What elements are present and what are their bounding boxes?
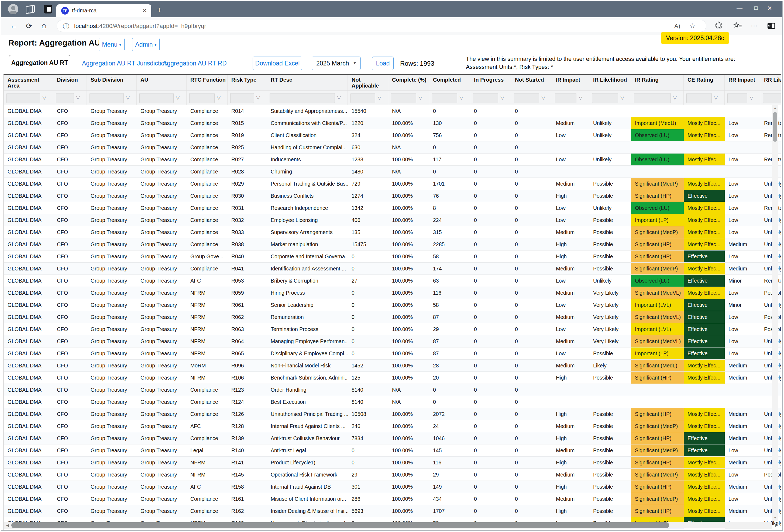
filter-input-ir-impact[interactable] xyxy=(555,93,577,103)
site-info-icon[interactable]: ⓘ xyxy=(63,22,69,31)
read-aloud-icon[interactable]: A) xyxy=(674,23,680,30)
tab-groups-icon[interactable] xyxy=(26,5,34,13)
table-row[interactable]: GLOBAL DMACFOGroup TreasuryGroup Treasur… xyxy=(4,348,781,360)
favorite-star-icon[interactable]: ☆ xyxy=(689,22,695,30)
table-row[interactable]: GLOBAL DMACFOGroup TreasuryGroup Treasur… xyxy=(4,505,781,517)
profile-avatar[interactable] xyxy=(8,4,18,14)
table-row[interactable]: GLOBAL DMACFOGroup TreasuryGroup Treasur… xyxy=(4,202,781,214)
filter-funnel-icon[interactable]: ▽ xyxy=(750,94,754,100)
table-row[interactable]: GLOBAL DMACFOGroup TreasuryGroup Treasur… xyxy=(4,456,781,469)
filter-input-rr-impact[interactable] xyxy=(727,93,747,103)
tab-aggregation-au-rt[interactable]: Aggregation AU RT xyxy=(9,55,71,70)
filter-input-rr-likelihood[interactable] xyxy=(763,93,781,103)
filter-input-risk-type[interactable] xyxy=(230,93,254,103)
filter-input-not-applicable[interactable] xyxy=(351,93,375,103)
table-row[interactable]: GLOBAL DMACFOGroup TreasuryGroup Treasur… xyxy=(4,420,781,432)
download-excel-button[interactable]: Download Excel xyxy=(253,57,302,70)
period-select[interactable]: 2025 March ▼ xyxy=(312,57,361,70)
tab-aggregation-au-rt-rd[interactable]: Aggregation AU RT RD xyxy=(163,60,227,67)
vertical-scrollbar[interactable]: ▲ ▼ xyxy=(772,105,778,521)
filter-funnel-icon[interactable]: ▽ xyxy=(541,94,545,100)
filter-funnel-icon[interactable]: ▽ xyxy=(377,94,382,100)
column-header-rt-desc[interactable]: RT Desc xyxy=(267,75,348,90)
scroll-left-icon[interactable]: ◀ xyxy=(4,522,11,529)
table-row[interactable]: GLOBAL DMACFOGroup TreasuryGroup Treasur… xyxy=(4,360,781,372)
filter-input-completed[interactable] xyxy=(432,93,457,103)
filter-funnel-icon[interactable]: ▽ xyxy=(673,94,677,100)
filter-input-au[interactable] xyxy=(139,93,174,103)
split-window-icon[interactable] xyxy=(44,5,52,13)
column-header-ir-likelihood[interactable]: IR Likelihood xyxy=(589,75,631,90)
table-row[interactable]: GLOBAL DMACFOGroup TreasuryGroup Treasur… xyxy=(4,396,781,408)
maximize-button[interactable]: □ xyxy=(754,5,758,11)
close-button[interactable]: ✕ xyxy=(767,5,772,12)
scroll-down-icon[interactable]: ▼ xyxy=(772,515,778,521)
filter-funnel-icon[interactable]: ▽ xyxy=(176,94,180,100)
table-row[interactable]: GLOBAL DMACFOGroup TreasuryGroup Treasur… xyxy=(4,105,781,117)
filter-funnel-icon[interactable]: ▽ xyxy=(579,94,583,100)
extensions-icon[interactable] xyxy=(715,22,723,30)
column-header-au[interactable]: AU xyxy=(137,75,187,90)
filter-input-ir-likelihood[interactable] xyxy=(592,93,618,103)
load-button[interactable]: Load xyxy=(372,57,394,70)
table-row[interactable]: GLOBAL DMACFOGroup TreasuryGroup Treasur… xyxy=(4,190,781,202)
filter-funnel-icon[interactable]: ▽ xyxy=(418,94,422,100)
filter-funnel-icon[interactable]: ▽ xyxy=(337,94,341,100)
filter-input-rtc-function[interactable] xyxy=(189,93,215,103)
table-row[interactable]: GLOBAL DMACFOGroup TreasuryGroup Treasur… xyxy=(4,117,781,129)
minimize-button[interactable]: — xyxy=(736,5,743,12)
table-row[interactable]: GLOBAL DMACFOGroup TreasuryGroup Treasur… xyxy=(4,238,781,250)
filter-funnel-icon[interactable]: ▽ xyxy=(42,94,46,100)
table-row[interactable]: GLOBAL DMACFOGroup TreasuryGroup Treasur… xyxy=(4,214,781,226)
admin-button[interactable]: Admin ▾ xyxy=(132,38,160,51)
filter-input-division[interactable] xyxy=(56,93,74,103)
table-row[interactable]: GLOBAL DMACFOGroup TreasuryGroup Treasur… xyxy=(4,444,781,456)
table-row[interactable]: GLOBAL DMACFOGroup TreasuryGroup Treasur… xyxy=(4,408,781,420)
table-row[interactable]: GLOBAL DMACFOGroup TreasuryGroup Treasur… xyxy=(4,432,781,444)
filter-input-in-progress[interactable] xyxy=(473,93,498,103)
filter-input-complete-pct[interactable] xyxy=(391,93,416,103)
table-row[interactable]: GLOBAL DMACFOGroup TreasuryGroup Treasur… xyxy=(4,323,781,335)
table-row[interactable]: GLOBAL DMACFOGroup TreasuryGroup Treasur… xyxy=(4,469,781,481)
filter-funnel-icon[interactable]: ▽ xyxy=(256,94,260,100)
scroll-right-icon[interactable]: ▶ xyxy=(773,522,780,529)
sidebar-toggle-icon[interactable] xyxy=(767,21,776,30)
home-button[interactable]: ⌂ xyxy=(41,21,46,30)
column-header-rr-impact[interactable]: RR Impact xyxy=(725,75,760,90)
more-menu-button[interactable]: … xyxy=(751,20,758,28)
table-row[interactable]: GLOBAL DMACFOGroup TreasuryGroup Treasur… xyxy=(4,372,781,384)
filter-funnel-icon[interactable]: ▽ xyxy=(459,94,464,100)
table-row[interactable]: GLOBAL DMACFOGroup TreasuryGroup Treasur… xyxy=(4,493,781,505)
table-row[interactable]: GLOBAL DMACFOGroup TreasuryGroup Treasur… xyxy=(4,250,781,263)
table-row[interactable]: GLOBAL DMACFOGroup TreasuryGroup Treasur… xyxy=(4,178,781,190)
filter-input-ir-rating[interactable] xyxy=(634,93,671,103)
filter-funnel-icon[interactable]: ▽ xyxy=(76,94,80,100)
table-row[interactable]: GLOBAL DMACFOGroup TreasuryGroup Treasur… xyxy=(4,226,781,238)
column-header-division[interactable]: Division xyxy=(53,75,87,90)
table-row[interactable]: GLOBAL DMACFOGroup TreasuryGroup Treasur… xyxy=(4,311,781,323)
column-header-ir-impact[interactable]: IR Impact xyxy=(552,75,589,90)
collections-icon[interactable] xyxy=(733,22,742,30)
column-header-ir-rating[interactable]: IR Rating xyxy=(631,75,684,90)
column-header-complete-pct[interactable]: Complete (%) xyxy=(388,75,429,90)
table-row[interactable]: GLOBAL DMACFOGroup TreasuryGroup Treasur… xyxy=(4,481,781,493)
table-row[interactable]: GLOBAL DMACFOGroup TreasuryGroup Treasur… xyxy=(4,141,781,153)
filter-funnel-icon[interactable]: ▽ xyxy=(217,94,221,100)
filter-input-assessment-area[interactable] xyxy=(6,93,40,103)
filter-input-sub-division[interactable] xyxy=(89,93,124,103)
filter-input-not-started[interactable] xyxy=(514,93,539,103)
filter-funnel-icon[interactable]: ▽ xyxy=(620,94,624,100)
horizontal-scroll-thumb[interactable] xyxy=(11,522,669,528)
url-bar[interactable]: ⓘ localhost:4200/#/report/aggaurt?appId=… xyxy=(57,20,706,32)
column-header-rr-likelihood[interactable]: RR Likelihood xyxy=(760,75,781,90)
table-row[interactable]: GLOBAL DMACFOGroup TreasuryGroup Treasur… xyxy=(4,335,781,348)
column-header-in-progress[interactable]: In Progress xyxy=(470,75,511,90)
scroll-up-icon[interactable]: ▲ xyxy=(772,105,778,111)
horizontal-scrollbar[interactable]: ◀ ▶ xyxy=(4,522,772,529)
browser-tab[interactable]: TF tf-dma-rca ✕ xyxy=(56,4,151,17)
menu-button[interactable]: Menu ▾ xyxy=(99,38,124,51)
filter-funnel-icon[interactable]: ▽ xyxy=(126,94,130,100)
filter-funnel-icon[interactable]: ▽ xyxy=(714,94,718,100)
column-header-rtc-function[interactable]: RTC Function xyxy=(187,75,228,90)
column-header-ce-rating[interactable]: CE Rating xyxy=(684,75,725,90)
